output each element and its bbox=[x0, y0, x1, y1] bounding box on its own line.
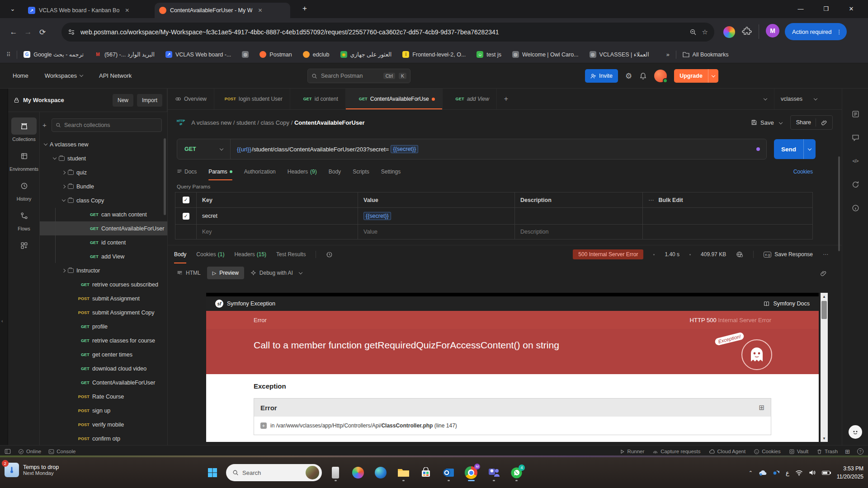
url-input[interactable]: {{url}} /student/class/ContentAvailableF… bbox=[231, 145, 756, 153]
forward-icon[interactable]: → bbox=[21, 28, 35, 37]
param-description-cell[interactable] bbox=[514, 208, 642, 224]
bookmark-star-icon[interactable]: ☆ bbox=[702, 28, 708, 36]
param-key-cell[interactable]: secret bbox=[196, 208, 358, 224]
scroll-up-arrow[interactable]: ▲ bbox=[821, 293, 828, 300]
sidebar-item-history[interactable]: History bbox=[8, 174, 40, 204]
response-size[interactable]: 409.97 KB bbox=[701, 251, 726, 258]
all-bookmarks-button[interactable]: All Bookmarks bbox=[683, 52, 729, 58]
code-snippet-icon[interactable]: </> bbox=[842, 149, 868, 173]
workspace-title[interactable]: My Workspace bbox=[23, 97, 109, 103]
config-tab-headers[interactable]: Headers(9) bbox=[288, 163, 317, 180]
tree-request-item[interactable]: POSTverify mobile bbox=[40, 418, 167, 432]
chevron-down-icon[interactable] bbox=[62, 198, 66, 202]
save-button[interactable]: Save bbox=[751, 119, 774, 126]
language-indicator[interactable]: ع bbox=[786, 469, 789, 476]
hidden-icons-chevron[interactable]: ⌃ bbox=[749, 470, 753, 476]
sync-icon[interactable] bbox=[773, 469, 780, 476]
add-collection-button[interactable]: + bbox=[42, 121, 47, 129]
preview-scrollbar[interactable]: ▲ ▼ bbox=[821, 293, 828, 442]
reload-icon[interactable]: ⟳ bbox=[35, 28, 50, 37]
nav-home[interactable]: Home bbox=[13, 72, 28, 79]
environment-selector[interactable]: vclasses bbox=[774, 89, 842, 109]
copy-link-icon[interactable] bbox=[821, 119, 827, 126]
crumb[interactable]: A vclasses new bbox=[191, 119, 231, 126]
browser-tab-postman[interactable]: ContentAvailableForUser - My W ✕ bbox=[155, 3, 290, 18]
chevron-right-icon[interactable] bbox=[62, 184, 66, 188]
postbot-icon[interactable] bbox=[849, 425, 862, 439]
wifi-icon[interactable] bbox=[795, 470, 803, 476]
config-tab-body[interactable]: Body bbox=[329, 163, 341, 180]
tree-request-item[interactable]: GETretrive courses subscribed bbox=[40, 277, 167, 291]
config-tab-scripts[interactable]: Scripts bbox=[353, 163, 369, 180]
description-placeholder-cell[interactable]: Description bbox=[514, 225, 642, 239]
upgrade-chevron-icon[interactable] bbox=[708, 69, 718, 83]
expand-icon[interactable]: ⊞ bbox=[845, 448, 850, 455]
key-placeholder-cell[interactable]: Key bbox=[196, 225, 358, 239]
info-icon[interactable] bbox=[842, 196, 868, 220]
sidebar-item-more[interactable] bbox=[8, 234, 40, 264]
trace-row[interactable]: + in /var/www/vclasses/app/Http/Controll… bbox=[254, 417, 771, 435]
tree-collection-item[interactable]: A vclasses new bbox=[40, 137, 167, 151]
bookmark-item[interactable]: ⫶Frontend-level-2, O... bbox=[402, 51, 466, 58]
config-tab-params[interactable]: Params bbox=[208, 163, 232, 180]
bookmark-item[interactable]: ↗VCLAS Web board -... bbox=[165, 51, 231, 58]
bookmark-item[interactable]: Postman bbox=[259, 51, 292, 58]
response-more-icon[interactable]: ⋯ bbox=[823, 251, 829, 258]
tree-request-item[interactable]: GETContentAvailableForUser bbox=[40, 221, 167, 235]
settings-gear-icon[interactable]: ⚙ bbox=[625, 71, 632, 81]
scroll-thumb[interactable] bbox=[821, 301, 827, 319]
file-explorer-icon[interactable] bbox=[394, 464, 412, 482]
chevron-down-icon[interactable] bbox=[44, 142, 47, 145]
onedrive-icon[interactable]: i bbox=[759, 469, 767, 476]
edge-icon[interactable] bbox=[372, 464, 390, 482]
footer-cloud-agent[interactable]: Cloud Agent bbox=[709, 449, 746, 454]
response-history-icon[interactable] bbox=[326, 251, 333, 258]
request-tab-login-student-user[interactable]: POSTlogin student User bbox=[214, 89, 290, 109]
upgrade-button[interactable]: Upgrade bbox=[674, 69, 718, 83]
apps-grid-icon[interactable]: ⠿ bbox=[6, 51, 10, 58]
microsoft-store-icon[interactable] bbox=[417, 464, 435, 482]
close-tab-icon[interactable]: ✕ bbox=[258, 7, 262, 14]
status-badge[interactable]: 500 Internal Server Error bbox=[573, 249, 643, 259]
tree-request-item[interactable]: POSTsubmit Assignment bbox=[40, 291, 167, 305]
tree-folder-item[interactable]: class Copy bbox=[40, 193, 167, 207]
maximize-button[interactable]: ❒ bbox=[816, 0, 836, 17]
config-tab-authorization[interactable]: Authorization bbox=[244, 163, 276, 180]
crumb[interactable]: class Copy bbox=[261, 119, 290, 126]
scroll-down-arrow[interactable]: ▼ bbox=[821, 435, 828, 442]
row-checkbox[interactable]: ✓ bbox=[183, 213, 189, 220]
response-link-icon[interactable] bbox=[820, 270, 826, 277]
request-history-icon[interactable] bbox=[842, 173, 868, 196]
symfony-docs-link[interactable]: Symfony Docs bbox=[764, 300, 810, 307]
status-console[interactable]: Console bbox=[48, 449, 75, 455]
view-format-selector[interactable]: HTML bbox=[177, 270, 201, 276]
battery-icon[interactable] bbox=[822, 471, 831, 475]
tree-request-item[interactable]: GETdownload cloud video bbox=[40, 361, 167, 375]
sidebar-item-collections[interactable]: Collections bbox=[8, 115, 40, 145]
copilot-icon[interactable] bbox=[349, 464, 367, 482]
taskbar-clock[interactable]: 3:53 PM 11/20/2025 bbox=[837, 465, 863, 481]
request-tab-id-content[interactable]: GETid content bbox=[290, 89, 346, 109]
bookmark-item[interactable]: edclub bbox=[303, 51, 330, 58]
view-options-chevron[interactable] bbox=[299, 270, 302, 274]
site-settings-icon[interactable] bbox=[68, 28, 75, 36]
more-options-icon[interactable]: ⋯ bbox=[648, 197, 654, 203]
response-tab-cookies[interactable]: Cookies(1) bbox=[196, 245, 224, 263]
response-time[interactable]: 1.40 s bbox=[665, 251, 679, 258]
bookmark-item[interactable]: ◍ bbox=[242, 51, 249, 58]
back-icon[interactable]: ← bbox=[6, 28, 21, 37]
chevron-right-icon[interactable] bbox=[62, 170, 66, 174]
start-button[interactable] bbox=[203, 464, 222, 482]
sidebar-item-environments[interactable]: Environments bbox=[8, 145, 40, 174]
footer-cookies[interactable]: Cookies bbox=[754, 449, 781, 455]
extension-color-icon[interactable] bbox=[723, 26, 735, 38]
config-tab-docs[interactable]: Docs bbox=[177, 163, 197, 180]
new-tab-button[interactable]: + bbox=[297, 0, 313, 17]
whatsapp-icon[interactable]: 4 bbox=[507, 464, 525, 482]
import-button[interactable]: Import bbox=[137, 94, 162, 107]
bookmark-item[interactable]: GGoogle ترجمه - بحث bbox=[24, 51, 84, 58]
tree-request-item[interactable]: POSTconfirm otp bbox=[40, 432, 167, 445]
tab-search-chevron-icon[interactable]: ⌄ bbox=[5, 0, 21, 17]
tree-request-item[interactable]: GETadd View bbox=[40, 249, 167, 263]
select-all-checkbox[interactable]: ✓ bbox=[183, 197, 189, 203]
